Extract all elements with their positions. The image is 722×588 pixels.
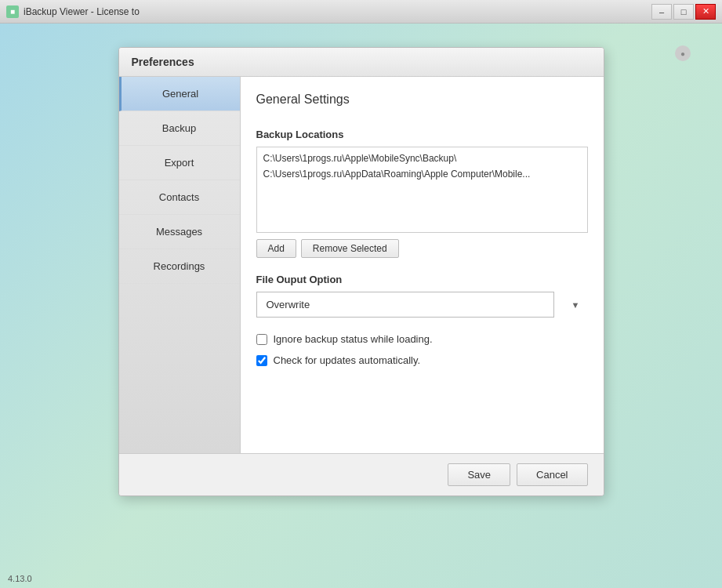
list-item[interactable]: C:\Users\1progs.ru\Apple\MobileSync\Back… xyxy=(260,151,584,166)
main-panel: General Settings Backup Locations C:\Use… xyxy=(241,77,604,453)
checkbox-section: Ignore backup status while loading. Chec… xyxy=(256,333,588,366)
minimize-button[interactable]: – xyxy=(651,4,672,20)
check-updates-label: Check for updates automatically. xyxy=(274,354,421,366)
sidebar-item-general[interactable]: General xyxy=(119,77,240,111)
restore-button[interactable]: □ xyxy=(673,4,694,20)
button-row: Add Remove Selected xyxy=(256,239,588,258)
checkbox-row-1: Ignore backup status while loading. xyxy=(256,333,588,345)
sidebar-item-messages[interactable]: Messages xyxy=(119,215,240,249)
file-output-dropdown[interactable]: Overwrite Skip Rename xyxy=(256,292,554,318)
title-bar: ■ iBackup Viewer - License to – □ ✕ xyxy=(0,0,722,24)
dropdown-arrow-icon: ▼ xyxy=(571,300,580,310)
sidebar-item-export[interactable]: Export xyxy=(119,146,240,180)
ignore-backup-label: Ignore backup status while loading. xyxy=(274,333,433,345)
preferences-dialog: Preferences General Backup Export Contac… xyxy=(118,47,604,496)
backup-locations-label: Backup Locations xyxy=(256,129,588,140)
list-item[interactable]: C:\Users\1progs.ru\AppData\Roaming\Apple… xyxy=(260,166,584,182)
panel-title: General Settings xyxy=(256,93,588,113)
remove-selected-button[interactable]: Remove Selected xyxy=(301,239,399,258)
dialog-footer: Save Cancel xyxy=(119,453,604,495)
close-button[interactable]: ✕ xyxy=(695,4,716,20)
version-label: 4.13.0 xyxy=(8,574,32,583)
sidebar-item-contacts[interactable]: Contacts xyxy=(119,180,240,215)
check-updates-checkbox[interactable] xyxy=(256,355,267,366)
add-button[interactable]: Add xyxy=(256,239,296,258)
ignore-backup-checkbox[interactable] xyxy=(256,334,267,345)
save-button[interactable]: Save xyxy=(448,463,510,486)
user-icon: ● xyxy=(675,45,691,61)
title-bar-controls: – □ ✕ xyxy=(651,4,716,20)
window-title: iBackup Viewer - License to xyxy=(24,6,140,17)
locations-list: C:\Users\1progs.ru\Apple\MobileSync\Back… xyxy=(256,147,588,233)
sidebar: General Backup Export Contacts Messages … xyxy=(119,77,241,453)
cancel-button[interactable]: Cancel xyxy=(517,463,587,486)
file-output-section: File Ouput Option Overwrite Skip Rename … xyxy=(256,274,588,318)
sidebar-item-recordings[interactable]: Recordings xyxy=(119,249,240,284)
app-icon: ■ xyxy=(6,5,19,18)
checkbox-row-2: Check for updates automatically. xyxy=(256,354,588,366)
title-bar-left: ■ iBackup Viewer - License to xyxy=(6,5,140,18)
dialog-title: Preferences xyxy=(119,48,604,77)
dialog-body: General Backup Export Contacts Messages … xyxy=(119,77,604,453)
main-content: Preferences General Backup Export Contac… xyxy=(0,24,722,504)
file-output-label: File Ouput Option xyxy=(256,274,588,285)
sidebar-item-backup[interactable]: Backup xyxy=(119,111,240,146)
dropdown-wrapper: Overwrite Skip Rename ▼ xyxy=(256,292,588,318)
